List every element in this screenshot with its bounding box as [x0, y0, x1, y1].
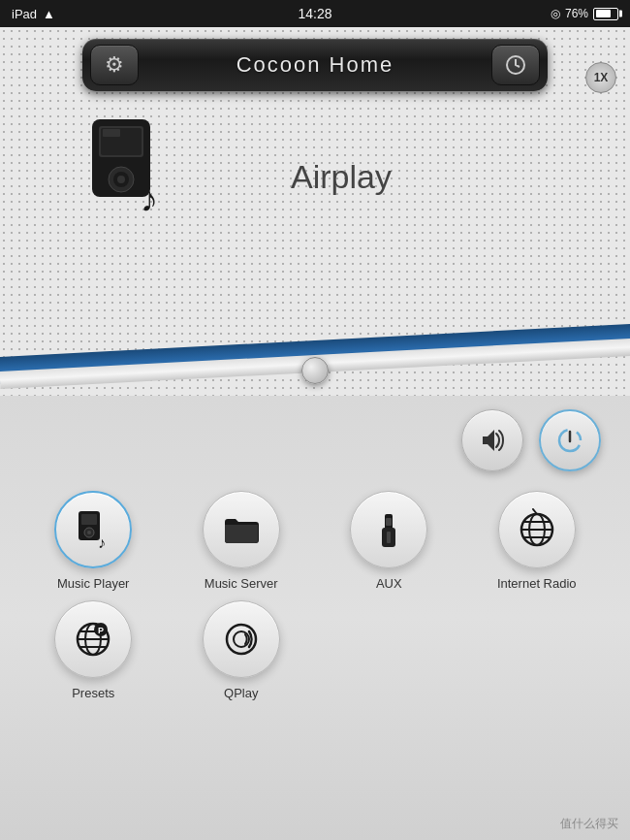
grid-item-presets[interactable]: P Presets [19, 600, 168, 700]
battery-percent: 76% [565, 7, 588, 20]
grid-item-music-player[interactable]: ♪ Music Player [19, 491, 168, 591]
internet-radio-icon [516, 508, 558, 551]
svg-rect-4 [103, 129, 120, 137]
volume-icon [478, 426, 507, 455]
qplay-label: QPlay [224, 686, 258, 700]
grid-item-internet-radio[interactable]: Internet Radio [463, 491, 612, 591]
grid-empty-3 [315, 600, 463, 700]
svg-rect-18 [386, 518, 392, 526]
zoom-badge[interactable]: 1X [585, 62, 616, 93]
header-title: Cocoon Home [236, 52, 394, 78]
settings-button[interactable]: ⚙ [90, 45, 139, 85]
music-icon-area: ♪ [78, 114, 174, 225]
battery-fill [596, 10, 612, 17]
grid-empty-4 [463, 600, 612, 700]
grid-item-qplay[interactable]: QPlay [168, 600, 316, 700]
main-content: 1X ⚙ Cocoon Home [0, 27, 630, 840]
music-player-circle: ♪ [54, 491, 132, 568]
music-player-label: Music Player [57, 576, 129, 591]
status-bar: iPad ▲ 14:28 ◎ 76% [0, 0, 630, 27]
svg-point-7 [117, 176, 125, 183]
header-bar: ⚙ Cocoon Home [82, 39, 548, 91]
music-player-icon: ♪ [71, 507, 115, 552]
music-server-label: Music Server [205, 576, 278, 591]
status-left: iPad ▲ [12, 7, 55, 21]
svg-rect-19 [387, 532, 391, 543]
internet-radio-label: Internet Radio [497, 576, 577, 591]
power-button[interactable] [539, 409, 601, 471]
bottom-area: ♪ Music Player Music Server [0, 396, 630, 840]
svg-text:♪: ♪ [141, 179, 158, 219]
control-row [0, 396, 630, 481]
status-time: 14:28 [298, 6, 331, 21]
svg-text:♪: ♪ [98, 534, 106, 551]
icon-grid-row1: ♪ Music Player Music Server [0, 481, 630, 591]
music-player-graphic: ♪ [78, 114, 174, 221]
svg-text:P: P [98, 626, 104, 635]
grid-item-music-server[interactable]: Music Server [168, 491, 316, 591]
watermark: 值什么得买 [560, 816, 618, 832]
airplay-label: Airplay [291, 158, 392, 196]
presets-circle: P [54, 600, 132, 678]
svg-rect-12 [81, 514, 97, 525]
internet-radio-circle [498, 491, 576, 568]
svg-point-14 [87, 531, 91, 534]
music-server-circle [203, 491, 280, 568]
clock-button[interactable] [491, 45, 540, 85]
aux-circle [350, 491, 427, 568]
wifi-icon: ▲ [43, 7, 55, 21]
bar-handle [301, 357, 329, 384]
battery-icon [593, 8, 618, 20]
device-label: iPad [12, 7, 37, 21]
aux-label: AUX [376, 576, 402, 591]
qplay-circle [203, 600, 280, 678]
location-icon: ◎ [551, 7, 560, 20]
aux-icon [367, 508, 410, 551]
presets-label: Presets [72, 686, 114, 700]
icon-grid-row2: P Presets QPlay [0, 591, 630, 700]
grid-item-aux[interactable]: AUX [315, 491, 463, 591]
qplay-icon [220, 618, 263, 661]
power-icon [555, 426, 584, 455]
music-server-icon [220, 508, 263, 551]
presets-icon: P [72, 618, 114, 661]
volume-button[interactable] [461, 409, 523, 471]
status-right: ◎ 76% [551, 7, 618, 20]
